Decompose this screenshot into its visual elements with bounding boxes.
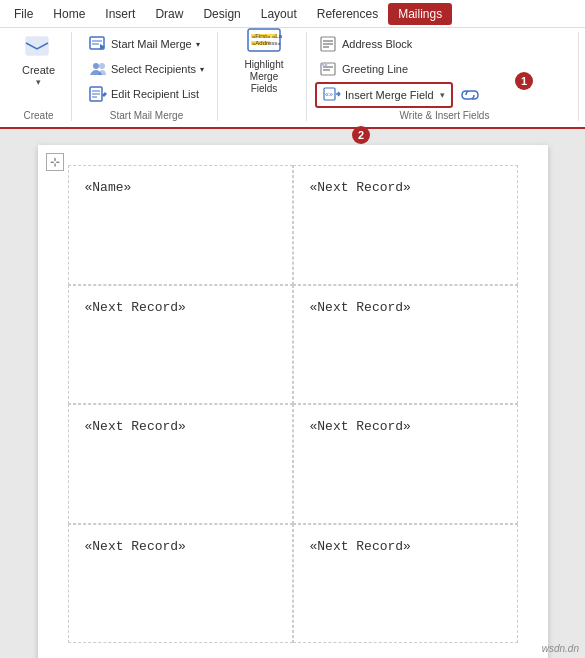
insert-merge-field-icon: «»: [323, 86, 341, 104]
greeting-line-label: Greeting Line: [342, 63, 408, 75]
chain-icon: [461, 86, 479, 104]
menu-design[interactable]: Design: [193, 3, 250, 25]
create-group-label: Create: [24, 110, 54, 121]
merge-field-next-7: «Next Record»: [310, 539, 411, 554]
svg-text:«»: «»: [325, 91, 333, 98]
merge-field-next-2: «Next Record»: [85, 300, 186, 315]
highlight-label: HighlightMerge Fields: [236, 59, 292, 95]
label-grid: «Name» «Next Record» «Next Record» «Next…: [68, 165, 518, 643]
edit-recipient-list-button[interactable]: Edit Recipient List: [84, 82, 209, 106]
badge-1: 1: [515, 72, 533, 90]
label-cell-1-1: «Name»: [68, 165, 293, 285]
move-handle[interactable]: ⊹: [46, 153, 64, 171]
watermark: wsdn.dn: [542, 643, 579, 654]
menu-layout[interactable]: Layout: [251, 3, 307, 25]
merge-field-next-6: «Next Record»: [85, 539, 186, 554]
start-mail-merge-arrow: ▾: [196, 40, 200, 49]
select-recipients-icon: [89, 60, 107, 78]
merge-field-name: «Name»: [85, 180, 132, 195]
address-block-label: Address Block: [342, 38, 412, 50]
menu-insert[interactable]: Insert: [95, 3, 145, 25]
svg-text:«First» «Last»: «First» «Last»: [252, 33, 282, 39]
label-cell-3-2: «Next Record»: [293, 404, 518, 524]
insert-merge-field-button[interactable]: «» Insert Merge Field ▾: [315, 82, 453, 108]
greeting-line-icon: «»: [320, 60, 338, 78]
ribbon-group-start-mail-merge: Start Mail Merge ▾ Select Recipients ▾: [76, 32, 218, 121]
highlight-merge-fields-button[interactable]: «First» «Last» «Address» HighlightMerge …: [230, 32, 298, 90]
select-recipients-button[interactable]: Select Recipients ▾: [84, 57, 209, 81]
svg-point-4: [93, 63, 99, 69]
label-cell-3-1: «Next Record»: [68, 404, 293, 524]
document-page: ⊹ «Name» «Next Record» «Next Record» «Ne…: [38, 145, 548, 658]
label-cell-1-2: «Next Record»: [293, 165, 518, 285]
select-recipients-arrow: ▾: [200, 65, 204, 74]
write-insert-group-label: Write & Insert Fields: [315, 110, 574, 121]
start-mail-merge-label: Start Mail Merge: [111, 38, 192, 50]
ribbon-group-write-insert: Address Block «» Greeting Line: [311, 32, 579, 121]
document-area: ⊹ «Name» «Next Record» «Next Record» «Ne…: [0, 129, 585, 658]
insert-merge-field-arrow: ▾: [440, 90, 445, 100]
label-cell-4-2: «Next Record»: [293, 524, 518, 644]
menu-draw[interactable]: Draw: [145, 3, 193, 25]
svg-text:«Address»: «Address»: [252, 40, 281, 46]
select-recipients-label: Select Recipients: [111, 63, 196, 75]
edit-recipient-list-label: Edit Recipient List: [111, 88, 199, 100]
menu-file[interactable]: File: [4, 3, 43, 25]
create-label: Create: [22, 63, 55, 77]
chain-button[interactable]: [457, 82, 483, 108]
start-mail-merge-button[interactable]: Start Mail Merge ▾: [84, 32, 209, 56]
edit-recipient-list-icon: [89, 85, 107, 103]
create-button[interactable]: File Create ▾: [14, 32, 63, 90]
svg-rect-0: [26, 37, 48, 55]
address-block-icon: [320, 35, 338, 53]
create-icon: [23, 33, 55, 61]
label-cell-2-1: «Next Record»: [68, 285, 293, 405]
label-cell-2-2: «Next Record»: [293, 285, 518, 405]
highlight-merge-fields-icon: «First» «Last» «Address»: [246, 27, 282, 57]
start-mail-merge-group-label: Start Mail Merge: [110, 110, 183, 121]
label-cell-4-1: «Next Record»: [68, 524, 293, 644]
merge-field-next-4: «Next Record»: [85, 419, 186, 434]
ribbon-group-highlight: «First» «Last» «Address» HighlightMerge …: [222, 32, 307, 121]
merge-field-next-5: «Next Record»: [310, 419, 411, 434]
ribbon: File Create ▾ Create: [0, 28, 585, 129]
menu-references[interactable]: References: [307, 3, 388, 25]
badge-2: 2: [352, 126, 370, 144]
menu-home[interactable]: Home: [43, 3, 95, 25]
merge-field-next-1: «Next Record»: [310, 180, 411, 195]
svg-point-5: [99, 63, 105, 69]
merge-field-next-3: «Next Record»: [310, 300, 411, 315]
menu-bar: File Home Insert Draw Design Layout Refe…: [0, 0, 585, 28]
start-mail-merge-icon: [89, 35, 107, 53]
svg-text:«»: «»: [322, 61, 328, 67]
greeting-line-button[interactable]: «» Greeting Line: [315, 57, 574, 81]
ribbon-group-create: File Create ▾ Create: [6, 32, 72, 121]
address-block-button[interactable]: Address Block: [315, 32, 574, 56]
insert-merge-field-label: Insert Merge Field: [345, 89, 434, 101]
menu-mailings[interactable]: Mailings: [388, 3, 452, 25]
